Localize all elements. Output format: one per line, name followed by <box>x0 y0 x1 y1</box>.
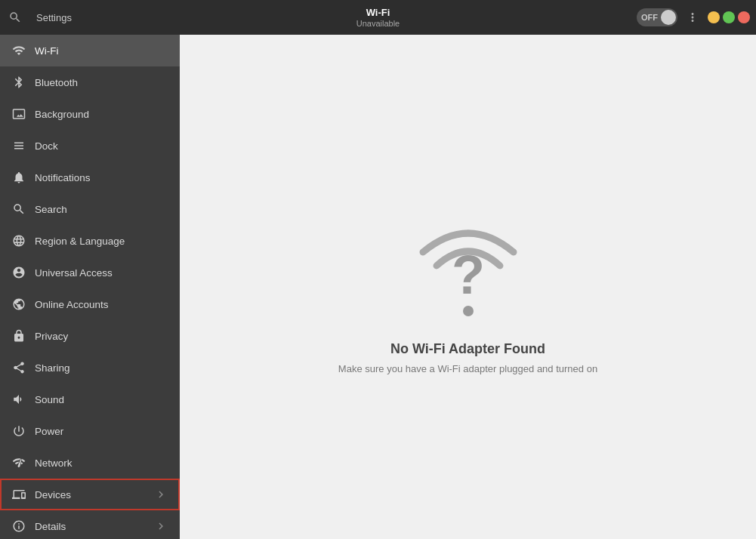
background-icon <box>12 107 26 121</box>
sound-icon <box>12 393 26 406</box>
minimize-button[interactable] <box>708 11 720 23</box>
sidebar-item-background[interactable]: Background <box>0 98 180 130</box>
devices-chevron-icon <box>154 488 168 501</box>
sidebar-label-sound: Sound <box>35 394 168 405</box>
sidebar-item-wifi[interactable]: Wi-Fi <box>0 35 180 66</box>
sidebar-label-wifi: Wi-Fi <box>35 45 168 57</box>
sidebar-item-sharing[interactable]: Sharing <box>0 352 180 383</box>
sidebar-item-details[interactable]: Details <box>0 510 180 539</box>
search-icon <box>12 202 26 216</box>
sidebar-label-search: Search <box>35 204 168 215</box>
no-adapter-title: No Wi-Fi Adapter Found <box>390 341 545 357</box>
sidebar-label-universal: Universal Access <box>35 267 168 279</box>
sidebar-label-notifications: Notifications <box>35 172 168 183</box>
sidebar-item-universal[interactable]: Universal Access <box>0 257 180 288</box>
sidebar-item-notifications[interactable]: Notifications <box>0 162 180 193</box>
sidebar-item-online[interactable]: Online Accounts <box>0 288 180 320</box>
sidebar-item-privacy[interactable]: Privacy <box>0 320 180 352</box>
details-chevron-icon <box>154 519 168 533</box>
universal-access-icon <box>12 266 26 279</box>
titlebar-center: Wi-Fi Unavailable <box>356 7 400 28</box>
maximize-button[interactable] <box>723 11 735 23</box>
sidebar-label-background: Background <box>35 109 168 120</box>
dock-icon <box>12 139 26 152</box>
wifi-title: Wi-Fi <box>356 7 400 19</box>
sharing-icon <box>12 361 26 374</box>
sidebar-label-dock: Dock <box>35 140 168 152</box>
sidebar-label-devices: Devices <box>35 489 145 500</box>
sidebar-item-power[interactable]: Power <box>0 415 180 447</box>
wifi-subtitle: Unavailable <box>356 19 400 28</box>
content-area: ? No Wi-Fi Adapter Found Make sure you h… <box>180 35 756 539</box>
sidebar: Wi-Fi Bluetooth Background Dock Notifica… <box>0 35 180 539</box>
details-icon <box>12 519 26 533</box>
sidebar-item-search[interactable]: Search <box>0 193 180 225</box>
sidebar-label-bluetooth: Bluetooth <box>35 77 168 88</box>
notifications-icon <box>12 171 26 184</box>
wifi-toggle[interactable]: OFF <box>637 8 677 26</box>
bluetooth-icon <box>12 75 26 89</box>
sidebar-item-network[interactable]: Network <box>0 447 180 479</box>
wifi-icon <box>12 44 26 57</box>
search-button[interactable] <box>0 11 30 24</box>
network-icon <box>12 456 26 470</box>
no-adapter-subtitle: Make sure you have a Wi-Fi adapter plugg… <box>338 363 597 374</box>
sidebar-label-network: Network <box>35 457 168 469</box>
sidebar-label-region: Region & Language <box>35 236 168 247</box>
main-layout: Wi-Fi Bluetooth Background Dock Notifica… <box>0 35 756 539</box>
menu-button[interactable] <box>682 7 703 28</box>
sidebar-label-privacy: Privacy <box>35 331 168 342</box>
sidebar-label-sharing: Sharing <box>35 362 168 374</box>
sidebar-label-details: Details <box>35 521 145 532</box>
privacy-icon <box>12 329 26 343</box>
sidebar-item-bluetooth[interactable]: Bluetooth <box>0 66 180 98</box>
toggle-label: OFF <box>641 13 658 22</box>
app-title: Settings <box>36 12 72 23</box>
svg-text:?: ? <box>452 245 485 305</box>
sidebar-item-sound[interactable]: Sound <box>0 383 180 415</box>
close-button[interactable] <box>738 11 750 23</box>
svg-point-1 <box>463 306 474 316</box>
online-accounts-icon <box>12 297 26 311</box>
toggle-knob <box>661 10 676 25</box>
power-icon <box>12 424 26 438</box>
sidebar-item-dock[interactable]: Dock <box>0 130 180 162</box>
titlebar-right: OFF <box>637 7 756 28</box>
devices-icon <box>12 488 26 501</box>
sidebar-label-online: Online Accounts <box>35 299 168 310</box>
titlebar: Settings Wi-Fi Unavailable OFF <box>0 0 756 35</box>
window-controls <box>708 11 750 23</box>
sidebar-item-region[interactable]: Region & Language <box>0 225 180 257</box>
sidebar-item-devices[interactable]: Devices <box>0 479 180 510</box>
sidebar-label-power: Power <box>35 426 168 437</box>
wifi-no-adapter-icon: ? <box>408 199 529 323</box>
region-icon <box>12 234 26 248</box>
